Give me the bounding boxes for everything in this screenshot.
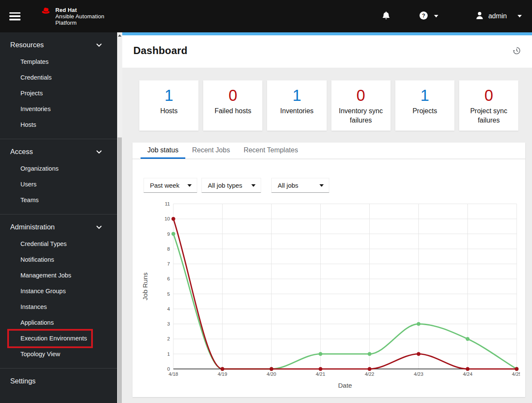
- svg-text:0: 0: [167, 366, 170, 372]
- redhat-fedora-icon: [41, 7, 52, 17]
- chevron-down-icon: [96, 226, 102, 229]
- card-inventory-sync-failures[interactable]: 0 Inventory sync failures: [331, 80, 391, 131]
- main-content: Dashboard 1 Hosts 0 Failed hosts: [122, 32, 532, 403]
- svg-text:Job Runs: Job Runs: [141, 272, 149, 300]
- card-failed-hosts[interactable]: 0 Failed hosts: [203, 80, 262, 131]
- card-projects[interactable]: 1 Projects: [395, 80, 454, 131]
- svg-text:4/22: 4/22: [365, 372, 374, 377]
- sidebar-item-execution-environments[interactable]: Execution Environments: [0, 331, 117, 346]
- svg-text:?: ?: [422, 13, 426, 19]
- user-icon: [476, 11, 483, 21]
- period-select-value: Past week: [150, 182, 179, 189]
- sidebar-item-hosts[interactable]: Hosts: [0, 117, 117, 133]
- chevron-down-icon: [96, 43, 102, 47]
- card-label: Hosts: [143, 106, 195, 116]
- sidebar-item-instance-groups[interactable]: Instance Groups: [0, 283, 117, 299]
- svg-text:4/25: 4/25: [512, 372, 520, 377]
- svg-text:8: 8: [167, 246, 170, 252]
- nav-group-header-settings[interactable]: Settings: [0, 371, 117, 390]
- nav-group-label: Settings: [10, 377, 36, 385]
- scrollbar-thumb[interactable]: [118, 137, 122, 403]
- job-status-panel: Job status Recent Jobs Recent Templates …: [132, 143, 525, 397]
- card-hosts[interactable]: 1 Hosts: [139, 80, 198, 131]
- nav-group-access: Access Organizations Users Teams: [0, 139, 117, 214]
- card-project-sync-failures[interactable]: 0 Project sync failures: [459, 80, 518, 131]
- job-filter-select[interactable]: All jobs: [271, 178, 329, 193]
- card-label: Failed hosts: [207, 106, 259, 116]
- card-inventories[interactable]: 1 Inventories: [267, 80, 326, 131]
- question-circle-icon: ?: [419, 11, 428, 21]
- sidebar-scrollbar[interactable]: [117, 32, 122, 403]
- brand-line-1: Red Hat: [55, 7, 104, 13]
- panel-tabs: Job status Recent Jobs Recent Templates: [132, 143, 525, 159]
- brand-logo[interactable]: Red Hat Ansible Automation Platform: [41, 7, 104, 26]
- masthead: Red Hat Ansible Automation Platform ?: [0, 0, 532, 32]
- chevron-down-icon: [187, 184, 192, 187]
- sidebar-item-teams[interactable]: Teams: [0, 192, 117, 208]
- bell-icon: [382, 11, 390, 21]
- svg-text:1: 1: [167, 352, 170, 357]
- svg-text:4/20: 4/20: [267, 372, 276, 377]
- sidebar-item-users[interactable]: Users: [0, 177, 117, 192]
- svg-text:10: 10: [164, 216, 170, 221]
- job-type-select-value: All job types: [208, 182, 242, 189]
- user-menu-button[interactable]: admin: [476, 11, 522, 21]
- period-select[interactable]: Past week: [144, 178, 197, 193]
- card-label: Projects: [399, 106, 451, 116]
- username-label: admin: [488, 12, 507, 20]
- tab-recent-jobs[interactable]: Recent Jobs: [185, 143, 237, 159]
- card-value: 1: [143, 86, 195, 105]
- sidebar-item-applications[interactable]: Applications: [0, 315, 117, 331]
- nav-group-label: Administration: [10, 223, 55, 231]
- page-body: 1 Hosts 0 Failed hosts 1 Inventories 0 I…: [122, 68, 532, 403]
- chevron-down-icon: [518, 15, 522, 17]
- card-value: 0: [463, 86, 515, 105]
- top-accent-bar: [122, 32, 532, 35]
- refresh-history-button[interactable]: [512, 46, 521, 55]
- help-menu-button[interactable]: ?: [419, 11, 438, 21]
- tab-recent-templates[interactable]: Recent Templates: [237, 143, 305, 159]
- notifications-button[interactable]: [382, 11, 390, 21]
- page-header: Dashboard: [122, 35, 532, 68]
- svg-text:4/23: 4/23: [414, 372, 423, 377]
- card-label: Project sync failures: [463, 106, 515, 125]
- job-filter-select-value: All jobs: [278, 182, 298, 189]
- sidebar-item-credential-types[interactable]: Credential Types: [0, 236, 117, 252]
- nav-toggle-button[interactable]: [9, 12, 20, 20]
- sidebar-item-topology-view[interactable]: Topology View: [0, 346, 117, 362]
- sidebar-item-notifications[interactable]: Notifications: [0, 252, 117, 268]
- nav-group-settings: Settings: [0, 369, 117, 396]
- card-label: Inventory sync failures: [335, 106, 387, 125]
- sidebar-item-instances[interactable]: Instances: [0, 299, 117, 315]
- card-value: 0: [335, 86, 387, 105]
- tab-job-status[interactable]: Job status: [141, 143, 185, 159]
- svg-text:5: 5: [167, 292, 170, 297]
- sidebar-item-projects[interactable]: Projects: [0, 86, 117, 101]
- nav-group-header-administration[interactable]: Administration: [0, 217, 117, 236]
- job-type-select[interactable]: All job types: [201, 178, 261, 193]
- svg-text:9: 9: [167, 232, 170, 237]
- chevron-down-icon: [251, 184, 256, 187]
- chevron-down-icon: [434, 15, 438, 17]
- sidebar-item-inventories[interactable]: Inventories: [0, 101, 117, 117]
- svg-text:7: 7: [167, 261, 170, 266]
- brand-line-2: Ansible Automation: [55, 13, 104, 20]
- sidebar-item-credentials[interactable]: Credentials: [0, 70, 117, 86]
- chevron-down-icon: [96, 150, 102, 154]
- nav-group-header-access[interactable]: Access: [0, 142, 117, 161]
- svg-text:4/21: 4/21: [316, 372, 325, 377]
- chart-filters: Past week All job types All jobs: [144, 178, 525, 193]
- scrollbar-up-arrow[interactable]: [117, 32, 122, 38]
- sidebar-item-organizations[interactable]: Organizations: [0, 161, 117, 177]
- sidebar-item-management-jobs[interactable]: Management Jobs: [0, 268, 117, 283]
- nav-group-header-resources[interactable]: Resources: [0, 35, 117, 54]
- nav-group-label: Resources: [10, 41, 44, 49]
- summary-cards: 1 Hosts 0 Failed hosts 1 Inventories 0 I…: [139, 80, 518, 131]
- card-value: 1: [270, 86, 323, 105]
- svg-text:11: 11: [165, 201, 170, 206]
- sidebar-item-templates[interactable]: Templates: [0, 54, 117, 70]
- card-value: 1: [399, 86, 451, 105]
- job-runs-chart: 012345678910114/184/194/204/214/224/234/…: [140, 199, 525, 396]
- line-chart-svg: 012345678910114/184/194/204/214/224/234/…: [140, 199, 520, 394]
- svg-text:6: 6: [167, 276, 170, 281]
